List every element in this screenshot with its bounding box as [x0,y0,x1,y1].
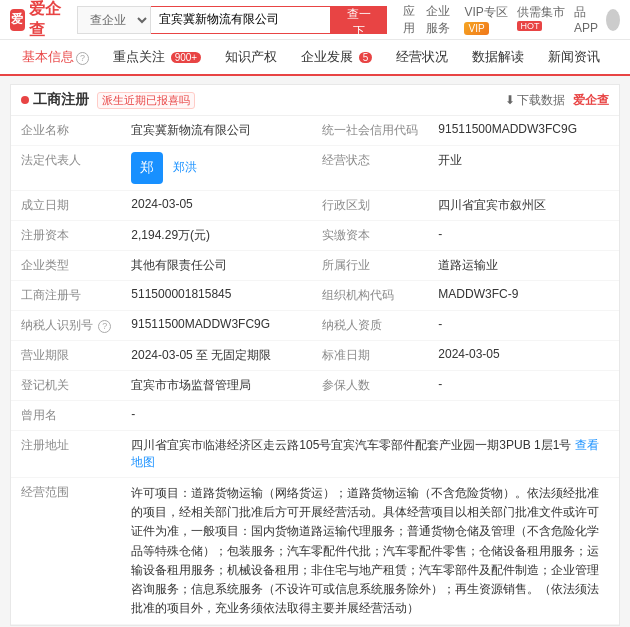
nav-supply[interactable]: 供需集市 HOT [517,4,566,35]
tab-news[interactable]: 新闻资讯 [536,40,612,74]
info-table: 企业名称 宜宾冀新物流有限公司 统一社会信用代码 91511500MADDW3F… [11,116,619,625]
logo-text: 爱企查 [29,0,61,41]
table-row: 纳税人识别号 ? 91511500MADDW3FC9G 纳税人资质 - [11,311,619,341]
table-row: 登记机关 宜宾市市场监督管理局 参保人数 - [11,371,619,401]
field-value: MADDW3FC-9 [428,281,619,311]
table-row: 营业期限 2024-03-05 至 无固定期限 标准日期 2024-03-05 [11,341,619,371]
field-label: 法定代表人 [11,146,121,191]
field-value: 道路运输业 [428,251,619,281]
person-avatar: 郑 [131,152,163,184]
field-label [312,401,428,431]
field-value: - [121,401,312,431]
table-row: 经营范围 许可项目：道路货物运输（网络货运）；道路货物运输（不含危险货物）。依法… [11,478,619,625]
field-value: 91511500MADDW3FC9G [121,311,312,341]
table-row: 注册资本 2,194.29万(元) 实缴资本 - [11,221,619,251]
edit-link[interactable]: 派生近期已报喜吗 [97,92,195,109]
field-value: - [428,311,619,341]
field-value: 宜宾市市场监督管理局 [121,371,312,401]
field-label: 登记机关 [11,371,121,401]
field-label: 企业类型 [11,251,121,281]
gongshang-header: 工商注册 派生近期已报喜吗 ⬇ 下载数据 爱企查 [11,85,619,116]
gongshang-actions: ⬇ 下载数据 爱企查 [505,92,609,109]
main-nav: 基本信息? 重点关注 900+ 知识产权 企业发展 5 经营状况 数据解读 新闻… [0,40,630,76]
field-label: 纳税人资质 [312,311,428,341]
field-value: 四川省宜宾市叙州区 [428,191,619,221]
nav-services[interactable]: 企业服务 [426,3,457,37]
tab-basic-info[interactable]: 基本信息? [10,40,101,76]
table-row: 工商注册号 511500001815845 组织机构代码 MADDW3FC-9 [11,281,619,311]
field-label: 注册地址 [11,431,121,478]
gongshang-title: 工商注册 派生近期已报喜吗 [21,91,195,109]
taxpayer-info-icon[interactable]: ? [98,320,111,333]
field-label: 经营状态 [312,146,428,191]
field-value: 511500001815845 [121,281,312,311]
field-value [428,401,619,431]
logo-icon: 爱 [10,9,25,31]
field-value-scope: 许可项目：道路货物运输（网络货运）；道路货物运输（不含危险货物）。依法须经批准的… [121,478,619,625]
info-icon: ? [76,52,89,65]
title-dot [21,96,29,104]
tab-development[interactable]: 企业发展 5 [289,40,384,74]
dev-badge: 5 [359,52,373,63]
field-label: 参保人数 [312,371,428,401]
table-row: 注册地址 四川省宜宾市临港经济区走云路105号宜宾汽车零部件配套产业园一期3PU… [11,431,619,478]
tab-operations[interactable]: 经营状况 [384,40,460,74]
field-value: 2024-03-05 [121,191,312,221]
field-label: 实缴资本 [312,221,428,251]
tab-ip[interactable]: 知识产权 [213,40,289,74]
table-row: 企业名称 宜宾冀新物流有限公司 统一社会信用代码 91511500MADDW3F… [11,116,619,146]
gongshang-section: 工商注册 派生近期已报喜吗 ⬇ 下载数据 爱企查 企业名称 宜宾冀新物流有限公司… [10,84,620,626]
nav-app[interactable]: 品APP [574,4,598,35]
gongshang-title-text: 工商注册 [33,91,89,109]
table-row: 法定代表人 郑 郑洪 经营状态 开业 [11,146,619,191]
table-row: 企业类型 其他有限责任公司 所属行业 道路运输业 [11,251,619,281]
field-label: 行政区划 [312,191,428,221]
search-bar: 查企业 查一下 [77,6,387,34]
tab-data[interactable]: 数据解读 [460,40,536,74]
field-label: 所属行业 [312,251,428,281]
user-avatar[interactable] [606,9,620,31]
field-value: 其他有限责任公司 [121,251,312,281]
search-dropdown[interactable]: 查企业 [77,6,151,34]
field-label: 经营范围 [11,478,121,625]
field-label: 工商注册号 [11,281,121,311]
nav-apps[interactable]: 应用 [403,3,418,37]
search-input[interactable] [151,6,331,34]
header: 爱 爱企查 查企业 查一下 应用 企业服务 VIP专区 VIP 供需集市 HOT… [0,0,630,40]
person-name[interactable]: 郑洪 [173,160,197,174]
field-label: 组织机构代码 [312,281,428,311]
nav-vip[interactable]: VIP专区 VIP [464,4,509,35]
field-label: 注册资本 [11,221,121,251]
field-label: 标准日期 [312,341,428,371]
field-value: 宜宾冀新物流有限公司 [121,116,312,146]
map-link[interactable]: 查看地图 [131,438,598,469]
field-label: 曾用名 [11,401,121,431]
field-value: - [428,221,619,251]
field-value: - [428,371,619,401]
tab-key-attention[interactable]: 重点关注 900+ [101,40,213,74]
hot-badge: HOT [517,21,542,31]
field-value: 2024-03-05 [428,341,619,371]
field-label: 企业名称 [11,116,121,146]
logo: 爱 爱企查 [10,0,61,41]
field-label: 统一社会信用代码 [312,116,428,146]
field-value: 2,194.29万(元) [121,221,312,251]
download-button[interactable]: ⬇ 下载数据 [505,92,565,109]
field-value: 91511500MADDW3FC9G [428,116,619,146]
table-row: 曾用名 - [11,401,619,431]
search-button[interactable]: 查一下 [331,6,387,34]
field-value-person: 郑 郑洪 [121,146,312,191]
field-label: 营业期限 [11,341,121,371]
field-label: 纳税人识别号 ? [11,311,121,341]
header-nav: 应用 企业服务 VIP专区 VIP 供需集市 HOT 品APP [403,3,620,37]
field-value-address: 四川省宜宾市临港经济区走云路105号宜宾汽车零部件配套产业园一期3PUB 1层1… [121,431,619,478]
table-row: 成立日期 2024-03-05 行政区划 四川省宜宾市叙州区 [11,191,619,221]
field-label: 成立日期 [11,191,121,221]
vip-badge: VIP [464,22,488,35]
aiqicha-logo: 爱企查 [573,92,609,109]
content: 工商注册 派生近期已报喜吗 ⬇ 下载数据 爱企查 企业名称 宜宾冀新物流有限公司… [0,76,630,627]
key-attention-badge: 900+ [171,52,202,63]
field-value: 2024-03-05 至 无固定期限 [121,341,312,371]
field-value-status: 开业 [428,146,619,191]
